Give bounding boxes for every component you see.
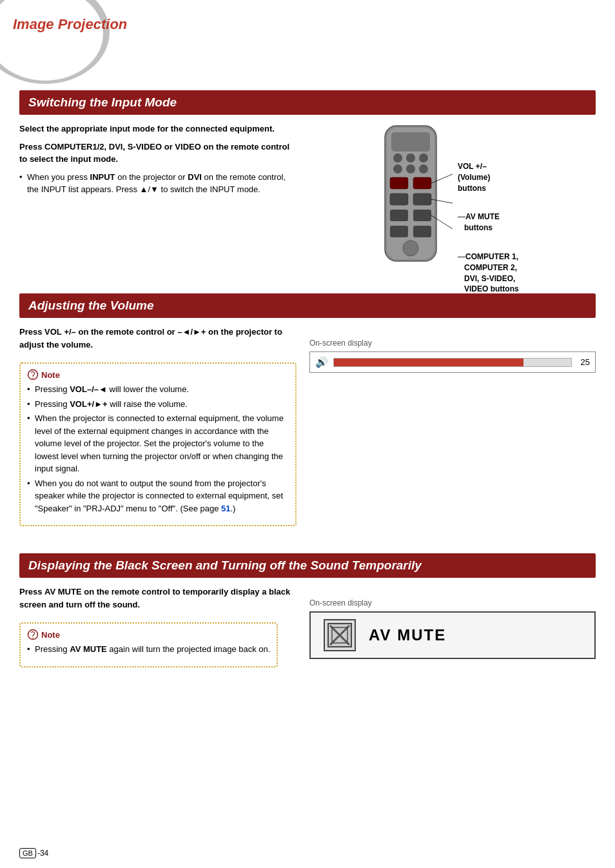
section3-header: Displaying the Black Screen and Turning … xyxy=(19,553,596,578)
section3-bullet-1: Pressing AV MUTE again will turn the pro… xyxy=(27,643,270,656)
svg-rect-14 xyxy=(413,210,431,221)
svg-rect-10 xyxy=(413,177,431,189)
page-num-text: -34 xyxy=(37,849,48,858)
section2-bullet-2: Pressing VOL+/►+ will raise the volume. xyxy=(27,398,289,411)
page-title: Image Projection xyxy=(13,16,127,33)
onscreen-label-vol: On-screen display xyxy=(309,339,596,348)
section2-content: Press VOL +/– on the remote control or –… xyxy=(19,326,596,533)
remote-svg xyxy=(369,123,453,271)
main-content: Switching the Input Mode Select the appr… xyxy=(19,90,596,849)
svg-rect-15 xyxy=(390,226,408,237)
section2-bullet-4: When you do not want to output the sound… xyxy=(27,477,289,515)
section2-title: Adjusting the Volume xyxy=(28,299,587,313)
av-mute-label-text: —AV MUTE buttons xyxy=(458,212,519,233)
svg-point-8 xyxy=(419,164,428,173)
svg-point-4 xyxy=(406,153,415,163)
volume-bar-inner xyxy=(334,359,523,366)
volume-number: 25 xyxy=(577,357,590,367)
section1-bullets: When you press INPUT on the projector or… xyxy=(19,171,297,196)
remote-labels: VOL +/–(Volume)buttons —AV MUTE buttons … xyxy=(458,161,519,295)
section2-note-title: Note xyxy=(27,369,289,380)
section1-content: Select the appropriate input mode for th… xyxy=(19,123,596,273)
section3-press: Press AV MUTE on the remote control to t… xyxy=(19,586,297,611)
section1-intro: Select the appropriate input mode for th… xyxy=(19,123,297,135)
section2-header: Adjusting the Volume xyxy=(19,293,596,318)
section3-note-box: Note Pressing AV MUTE again will turn th… xyxy=(19,622,278,667)
av-mute-label: —AV MUTE buttons xyxy=(458,212,519,233)
volume-bar-outer xyxy=(333,358,572,367)
svg-rect-13 xyxy=(390,210,408,221)
av-mute-label-text: AV MUTE xyxy=(369,626,446,644)
svg-rect-11 xyxy=(390,193,408,205)
section-switching-input: Switching the Input Mode Select the appr… xyxy=(19,90,596,273)
note-icon-2 xyxy=(27,629,39,640)
svg-rect-16 xyxy=(413,226,431,237)
onscreen-label-av: On-screen display xyxy=(309,598,596,607)
volume-bar-container: 🔊 25 xyxy=(309,351,596,373)
volume-display: On-screen display 🔊 25 xyxy=(309,339,596,373)
volume-icon: 🔊 xyxy=(315,356,328,368)
note-label: Note xyxy=(41,370,60,380)
vol-label: VOL +/–(Volume)buttons xyxy=(458,161,519,193)
svg-rect-12 xyxy=(413,193,431,205)
section1-title: Switching the Input Mode xyxy=(28,95,587,110)
section1-press: Press COMPUTER1/2, DVI, S-VIDEO or VIDEO… xyxy=(19,141,297,166)
computer-label: —COMPUTER 1, COMPUTER 2, DVI, S-VIDEO, V… xyxy=(458,252,519,295)
section3-note-title: Note xyxy=(27,629,270,640)
svg-point-24 xyxy=(32,638,34,639)
section2-note-box: Note Pressing VOL–/–◄ will lower the vol… xyxy=(19,362,297,526)
section2-press: Press VOL +/– on the remote control or –… xyxy=(19,326,297,351)
section1-bullet-1: When you press INPUT on the projector or… xyxy=(19,171,297,196)
section-av-mute: Displaying the Black Screen and Turning … xyxy=(19,553,596,674)
section2-bullets: Pressing VOL–/–◄ will lower the volume. … xyxy=(27,383,289,515)
svg-point-6 xyxy=(393,164,402,173)
computer-label-text: —COMPUTER 1, COMPUTER 2, DVI, S-VIDEO, V… xyxy=(458,252,519,295)
section1-header: Switching the Input Mode xyxy=(19,90,596,115)
remote-area: VOL +/–(Volume)buttons —AV MUTE buttons … xyxy=(369,123,536,273)
section3-bullets: Pressing AV MUTE again will turn the pro… xyxy=(27,643,270,656)
svg-point-17 xyxy=(403,241,418,256)
note-label-2: Note xyxy=(41,630,60,640)
section3-content: Press AV MUTE on the remote control to t… xyxy=(19,586,596,674)
section2-bullet-3: When the projector is connected to exter… xyxy=(27,412,289,475)
svg-rect-9 xyxy=(390,177,408,189)
section2-left: Press VOL +/– on the remote control or –… xyxy=(19,326,297,533)
page-number-area: GB -34 xyxy=(19,848,48,858)
av-mute-box: AV MUTE xyxy=(309,611,596,659)
section1-right: VOL +/–(Volume)buttons —AV MUTE buttons … xyxy=(309,123,596,273)
section3-right: On-screen display AV MUTE xyxy=(309,586,596,674)
section3-left: Press AV MUTE on the remote control to t… xyxy=(19,586,297,674)
section1-left: Select the appropriate input mode for th… xyxy=(19,123,297,273)
section2-bullet-1: Pressing VOL–/–◄ will lower the volume. xyxy=(27,383,289,396)
av-mute-svg xyxy=(327,622,353,648)
svg-point-7 xyxy=(406,164,415,173)
header-arc xyxy=(0,0,142,77)
av-mute-display: On-screen display AV MUTE xyxy=(309,598,596,659)
page-link-51[interactable]: 51 xyxy=(221,504,230,513)
svg-point-3 xyxy=(393,153,402,163)
page-num-badge: GB xyxy=(19,848,36,858)
section-adjusting-volume: Adjusting the Volume Press VOL +/– on th… xyxy=(19,293,596,533)
vol-label-text: VOL +/–(Volume)buttons xyxy=(458,161,519,193)
svg-point-5 xyxy=(419,153,428,163)
svg-point-22 xyxy=(32,378,34,379)
svg-rect-2 xyxy=(391,132,430,152)
section2-right: On-screen display 🔊 25 xyxy=(309,326,596,533)
av-mute-icon xyxy=(324,619,356,651)
note-icon xyxy=(27,369,39,380)
section3-title: Displaying the Black Screen and Turning … xyxy=(28,558,587,573)
